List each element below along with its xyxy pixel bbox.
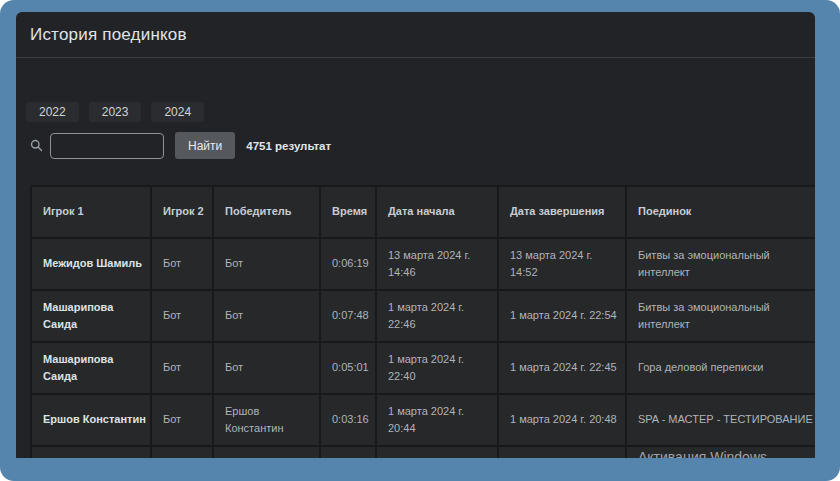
cell-winner: Бот (214, 343, 319, 393)
app-panel: История поединков 2022 2023 2024 Найти 4… (16, 12, 815, 458)
cell-winner: Бот (214, 291, 319, 341)
col-header-player1: Игрок 1 (32, 187, 150, 237)
results-count: 4751 результат (246, 140, 331, 152)
duels-table: Игрок 1 Игрок 2 Победитель Время Дата на… (30, 185, 815, 458)
title-bar: История поединков (16, 12, 815, 58)
cell-duel: SPA - МАСТЕР - ТЕСТИРОВАНИЕ (627, 395, 815, 445)
cell-player2: Бот (152, 447, 212, 458)
col-header-time: Время (321, 187, 375, 237)
cell-player2: Бот (152, 343, 212, 393)
cell-start: 13 марта 2024 г. 14:46 (377, 239, 497, 289)
cell-player2: Бот (152, 395, 212, 445)
table-row: Машарипова Саида Бот Бот 0:07:48 1 марта… (32, 291, 815, 341)
cell-player1: Ершов Константин (32, 447, 150, 458)
cell-winner: Ершов Константин (214, 395, 319, 445)
cell-player1: Машарипова Саида (32, 343, 150, 393)
year-tabs: 2022 2023 2024 (26, 102, 204, 122)
cell-time: 0:06:19 (321, 239, 375, 289)
outer-blue-frame: История поединков 2022 2023 2024 Найти 4… (0, 0, 840, 481)
cell-time: 0:03:16 (321, 395, 375, 445)
col-header-end: Дата завершения (499, 187, 625, 237)
cell-end: 1 марта 2024 г. 22:45 (499, 343, 625, 393)
search-row: Найти 4751 результат (30, 132, 331, 159)
cell-end: 13 марта 2024 г. 14:52 (499, 239, 625, 289)
cell-end: 1 марта 2024 г. 20:37 (499, 447, 625, 458)
cell-end: 1 марта 2024 г. 22:54 (499, 291, 625, 341)
table-header-row: Игрок 1 Игрок 2 Победитель Время Дата на… (32, 187, 815, 237)
table-row: Межидов Шамиль Бот Бот 0:06:19 13 марта … (32, 239, 815, 289)
page-title: История поединков (30, 25, 187, 45)
tab-2022[interactable]: 2022 (26, 102, 79, 122)
tab-2024[interactable]: 2024 (151, 102, 204, 122)
find-button[interactable]: Найти (175, 132, 235, 159)
cell-duel: Битвы за эмоциональный интеллект (627, 239, 815, 289)
cell-time: 0:05:01 (321, 343, 375, 393)
cell-winner: Бот (214, 239, 319, 289)
cell-start: 1 марта 2024 г. 20:33 (377, 447, 497, 458)
table-row: Машарипова Саида Бот Бот 0:05:01 1 марта… (32, 343, 815, 393)
tab-2023[interactable]: 2023 (89, 102, 142, 122)
col-header-duel: Поединок (627, 187, 815, 237)
col-header-start: Дата начала (377, 187, 497, 237)
cell-winner: Ершов Константин (214, 447, 319, 458)
col-header-winner: Победитель (214, 187, 319, 237)
cell-time: 0:04:25 (321, 447, 375, 458)
cell-player2: Бот (152, 291, 212, 341)
cell-start: 1 марта 2024 г. 22:40 (377, 343, 497, 393)
cell-player1: Ершов Константин (32, 395, 150, 445)
cell-time: 0:07:48 (321, 291, 375, 341)
search-icon (30, 139, 43, 152)
cell-end: 1 марта 2024 г. 20:48 (499, 395, 625, 445)
windows-activation-watermark: Активация Windows (638, 449, 767, 458)
cell-duel: Гора деловой переписки (627, 343, 815, 393)
cell-duel: Битвы за эмоциональный интеллект (627, 291, 815, 341)
cell-start: 1 марта 2024 г. 22:46 (377, 291, 497, 341)
cell-player2: Бот (152, 239, 212, 289)
search-input[interactable] (50, 133, 164, 159)
cell-start: 1 марта 2024 г. 20:44 (377, 395, 497, 445)
cell-player1: Межидов Шамиль (32, 239, 150, 289)
col-header-player2: Игрок 2 (152, 187, 212, 237)
cell-player1: Машарипова Саида (32, 291, 150, 341)
table-row: Ершов Константин Бот Ершов Константин 0:… (32, 395, 815, 445)
